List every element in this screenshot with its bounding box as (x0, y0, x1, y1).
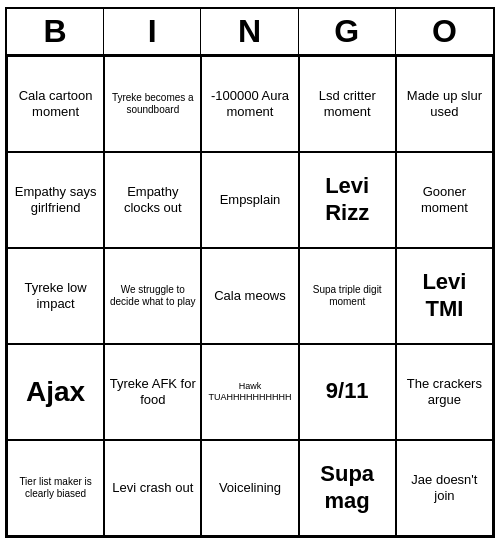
bingo-cell-21: Levi crash out (104, 440, 201, 536)
bingo-cell-14: Levi TMI (396, 248, 493, 344)
bingo-cell-23: Supa mag (299, 440, 396, 536)
bingo-cell-22: Voicelining (201, 440, 298, 536)
bingo-cell-17: Hawk TUAHHHHHHHHHH (201, 344, 298, 440)
header-letter-g: G (299, 9, 396, 54)
header-letter-b: B (7, 9, 104, 54)
bingo-cell-19: The crackers argue (396, 344, 493, 440)
bingo-cell-11: We struggle to decide what to play (104, 248, 201, 344)
bingo-cell-12: Cala meows (201, 248, 298, 344)
bingo-cell-5: Empathy says girlfriend (7, 152, 104, 248)
bingo-cell-16: Tyreke AFK for food (104, 344, 201, 440)
bingo-cell-3: Lsd critter moment (299, 56, 396, 152)
bingo-header: BINGO (7, 9, 493, 56)
bingo-cell-0: Cala cartoon moment (7, 56, 104, 152)
header-letter-o: O (396, 9, 493, 54)
bingo-cell-15: Ajax (7, 344, 104, 440)
header-letter-n: N (201, 9, 298, 54)
bingo-cell-10: Tyreke low impact (7, 248, 104, 344)
bingo-cell-9: Gooner moment (396, 152, 493, 248)
bingo-cell-24: Jae doesn't join (396, 440, 493, 536)
bingo-cell-20: Tier list maker is clearly biased (7, 440, 104, 536)
bingo-cell-13: Supa triple digit moment (299, 248, 396, 344)
bingo-cell-18: 9/11 (299, 344, 396, 440)
bingo-grid: Cala cartoon momentTyreke becomes a soun… (7, 56, 493, 536)
bingo-cell-4: Made up slur used (396, 56, 493, 152)
bingo-cell-6: Empathy clocks out (104, 152, 201, 248)
bingo-cell-8: Levi Rizz (299, 152, 396, 248)
bingo-cell-7: Empsplain (201, 152, 298, 248)
bingo-cell-2: -100000 Aura moment (201, 56, 298, 152)
bingo-cell-1: Tyreke becomes a soundboard (104, 56, 201, 152)
header-letter-i: I (104, 9, 201, 54)
bingo-card: BINGO Cala cartoon momentTyreke becomes … (5, 7, 495, 538)
